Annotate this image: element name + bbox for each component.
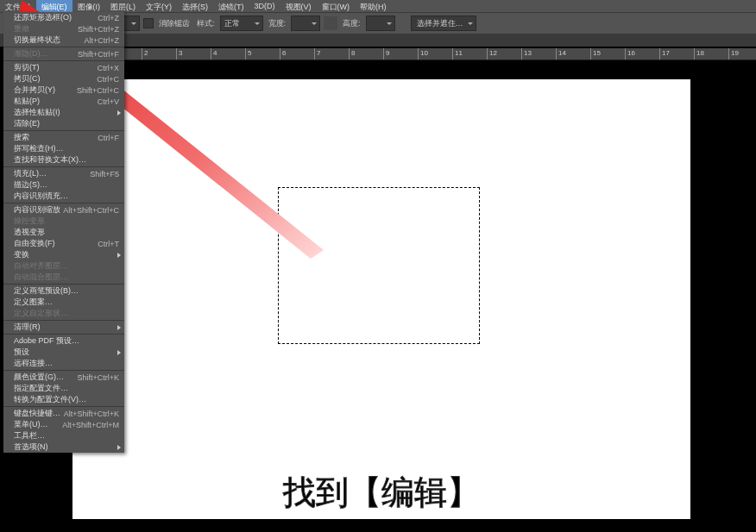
ruler-tick: 3 [176, 48, 211, 59]
antialias-label: 消除锯齿 [157, 18, 192, 29]
menu-item[interactable]: 定义图案… [3, 297, 124, 308]
menu-item: 渐隐(D)…Shift+Ctrl+F [3, 48, 124, 59]
menu-item[interactable]: 拷贝(C)Ctrl+C [3, 73, 124, 84]
menu-item[interactable]: 描边(S)… [3, 179, 124, 191]
ruler-tick: 16 [625, 48, 659, 59]
style-label: 样式: [195, 18, 217, 29]
menu-edit[interactable]: 编辑(E) [36, 0, 72, 12]
menu-item[interactable]: 变换 [3, 249, 124, 260]
menu-item[interactable]: 搜索Ctrl+F [3, 132, 124, 143]
ruler-tick: 4 [211, 48, 245, 59]
menu-item: 自动混合图层… [3, 272, 124, 283]
menu-item: 定义自定形状… [3, 308, 124, 319]
menu-item[interactable]: 还原矩形选框(O)Ctrl+Z [3, 12, 124, 23]
ruler-tick: 18 [694, 48, 728, 59]
ruler-tick: 11 [452, 48, 487, 59]
menu-select[interactable]: 选择(S) [177, 0, 213, 12]
menu-item[interactable]: 查找和替换文本(X)… [3, 154, 124, 166]
antialias-checkbox[interactable] [143, 18, 154, 28]
swap-wh-icon[interactable] [324, 16, 337, 30]
instruction-caption: 找到【编辑】 [283, 471, 480, 515]
document-canvas[interactable]: 找到【编辑】 [72, 79, 690, 519]
menu-item: 重做Shift+Ctrl+Z [3, 23, 124, 34]
menubar: 文件(F) 编辑(E) 图像(I) 图层(L) 文字(Y) 选择(S) 滤镜(T… [0, 0, 756, 12]
menu-item[interactable]: 透视变形 [3, 227, 124, 238]
menu-item[interactable]: 远程连接… [3, 358, 124, 369]
ruler-tick: 7 [314, 48, 349, 59]
marquee-selection[interactable] [278, 187, 480, 344]
menu-item[interactable]: 填充(L)…Shift+F5 [3, 168, 124, 179]
menu-filter[interactable]: 滤镜(T) [213, 0, 249, 12]
menu-item: 操控变形 [3, 216, 124, 227]
ruler-tick: 9 [383, 48, 418, 59]
menu-item[interactable]: 内容识别缩放Alt+Shift+Ctrl+C [3, 204, 124, 216]
menu-item[interactable]: 工具栏… [3, 430, 124, 441]
ruler-tick: 13 [521, 48, 556, 59]
style-select[interactable]: 正常 [220, 16, 263, 31]
menu-item[interactable]: 键盘快捷键…Alt+Shift+Ctrl+K [3, 408, 124, 419]
menu-item[interactable]: 自由变换(F)Ctrl+T [3, 238, 124, 249]
menu-item[interactable]: 选择性粘贴(I) [3, 107, 124, 118]
menu-type[interactable]: 文字(Y) [141, 0, 177, 12]
menu-item[interactable]: 预设 [3, 347, 124, 358]
menu-item[interactable]: 首选项(N) [3, 441, 124, 453]
height-input[interactable] [366, 16, 395, 31]
menu-item[interactable]: Adobe PDF 预设… [3, 335, 124, 347]
menu-layer[interactable]: 图层(L) [105, 0, 141, 12]
ruler-tick: 15 [590, 48, 625, 59]
ruler-tick: 19 [728, 48, 756, 59]
menu-image[interactable]: 图像(I) [72, 0, 106, 12]
menu-3d[interactable]: 3D(D) [249, 0, 280, 12]
ruler-tick: 10 [418, 48, 452, 59]
menu-item[interactable]: 剪切(T)Ctrl+X [3, 62, 124, 73]
ruler-tick: 14 [556, 48, 590, 59]
menu-view[interactable]: 视图(V) [280, 0, 317, 12]
menu-item[interactable]: 粘贴(P)Ctrl+V [3, 96, 124, 107]
menu-item[interactable]: 切换最终状态Alt+Ctrl+Z [3, 34, 124, 46]
width-label: 宽度: [267, 18, 288, 29]
ruler-tick: 6 [280, 48, 314, 59]
edit-menu-dropdown: 还原矩形选框(O)Ctrl+Z重做Shift+Ctrl+Z切换最终状态Alt+C… [3, 12, 124, 453]
menu-item[interactable]: 拼写检查(H)… [3, 143, 124, 154]
ruler-tick: 5 [245, 48, 280, 59]
menu-item[interactable]: 指定配置文件… [3, 383, 124, 394]
menu-window[interactable]: 窗口(W) [317, 0, 356, 12]
menu-help[interactable]: 帮助(H) [355, 0, 392, 12]
menu-item[interactable]: 合并拷贝(Y)Shift+Ctrl+C [3, 84, 124, 96]
menu-item: 自动对齐图层… [3, 260, 124, 272]
menu-item[interactable]: 内容识别填充… [3, 191, 124, 202]
menu-item[interactable]: 菜单(U)…Alt+Shift+Ctrl+M [3, 419, 124, 430]
menu-item[interactable]: 转换为配置文件(V)… [3, 394, 124, 405]
refine-edge-button[interactable]: 选择并遮住… [411, 16, 476, 31]
menu-item[interactable]: 清除(E) [3, 118, 124, 129]
height-label: 高度: [341, 18, 362, 29]
width-input[interactable] [291, 16, 320, 31]
menu-item[interactable]: 清理(R) [3, 322, 124, 333]
ruler-tick: 12 [487, 48, 521, 59]
ruler-tick: 2 [142, 48, 176, 59]
menu-item[interactable]: 定义画笔预设(B)… [3, 285, 124, 297]
menu-item[interactable]: 颜色设置(G)…Shift+Ctrl+K [3, 372, 124, 383]
ruler-tick: 8 [349, 48, 383, 59]
menu-file[interactable]: 文件(F) [0, 0, 36, 12]
ruler-tick: 17 [659, 48, 694, 59]
